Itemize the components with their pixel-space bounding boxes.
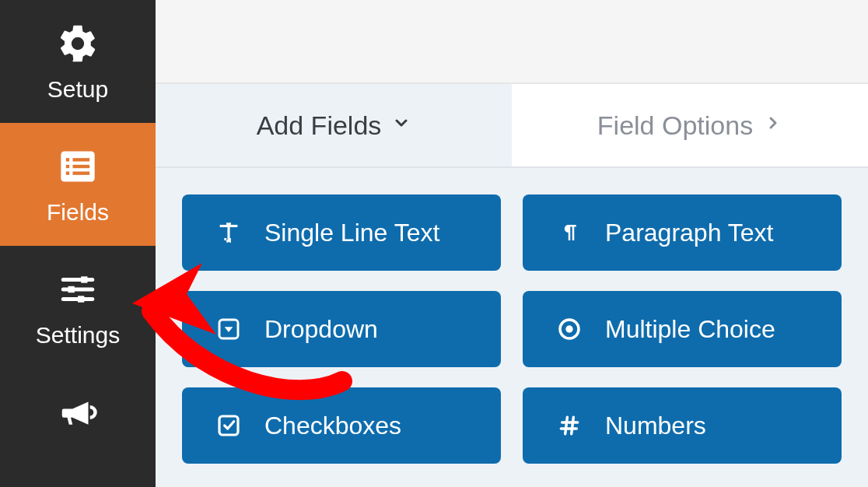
field-single-line-text[interactable]: Single Line Text: [182, 194, 501, 271]
tab-add-fields-label: Add Fields: [257, 110, 382, 141]
fields-panel: Add Fields Field Options Single Line Tex…: [156, 84, 868, 487]
sidebar-item-marketing[interactable]: [0, 369, 156, 476]
sidebar: Setup Fields Settings: [0, 0, 156, 487]
list-icon: [53, 145, 103, 188]
sidebar-item-fields[interactable]: Fields: [0, 123, 156, 246]
field-checkboxes[interactable]: Checkboxes: [182, 387, 501, 464]
caret-square-icon: [213, 314, 244, 345]
svg-rect-12: [78, 296, 84, 302]
field-dropdown[interactable]: Dropdown: [182, 291, 501, 367]
sidebar-label-settings: Settings: [36, 322, 120, 349]
field-label: Single Line Text: [264, 219, 439, 247]
field-label: Multiple Choice: [605, 315, 775, 344]
svg-rect-2: [73, 158, 90, 161]
main-panel: Add Fields Field Options Single Line Tex…: [156, 0, 868, 487]
svg-rect-6: [73, 172, 90, 175]
field-label: Dropdown: [264, 315, 378, 344]
field-tabs: Add Fields Field Options: [156, 84, 868, 168]
tab-field-options[interactable]: Field Options: [512, 84, 868, 166]
field-label: Paragraph Text: [605, 219, 773, 247]
svg-rect-10: [68, 286, 75, 293]
sidebar-label-fields: Fields: [47, 199, 109, 226]
svg-marker-14: [225, 327, 233, 332]
megaphone-icon: [53, 391, 103, 434]
svg-rect-8: [81, 276, 87, 282]
svg-rect-3: [66, 165, 69, 168]
svg-rect-5: [66, 172, 69, 175]
svg-rect-1: [66, 158, 69, 161]
sidebar-label-setup: Setup: [47, 76, 108, 103]
svg-point-16: [565, 325, 572, 332]
field-paragraph-text[interactable]: Paragraph Text: [523, 194, 842, 271]
tab-field-options-label: Field Options: [597, 110, 753, 141]
gear-icon: [53, 22, 103, 65]
check-square-icon: [213, 410, 244, 441]
target-icon: [554, 314, 585, 345]
sidebar-item-settings[interactable]: Settings: [0, 246, 156, 369]
sidebar-item-setup[interactable]: Setup: [0, 0, 156, 123]
field-multiple-choice[interactable]: Multiple Choice: [523, 291, 842, 367]
tab-add-fields[interactable]: Add Fields: [156, 84, 512, 166]
svg-rect-4: [73, 165, 90, 168]
field-label: Checkboxes: [264, 412, 401, 440]
field-label: Numbers: [605, 412, 706, 440]
field-grid: Single Line Text Paragraph Text Dropdown…: [156, 168, 868, 464]
field-numbers[interactable]: Numbers: [523, 387, 842, 464]
text-cursor-icon: [213, 217, 244, 248]
sliders-icon: [53, 268, 103, 311]
top-bar: [156, 0, 868, 84]
chevron-right-icon: [764, 114, 782, 138]
pilcrow-icon: [554, 217, 585, 248]
svg-line-21: [572, 417, 574, 433]
chevron-down-icon: [392, 114, 411, 138]
hash-icon: [554, 410, 585, 441]
svg-line-20: [565, 417, 568, 433]
